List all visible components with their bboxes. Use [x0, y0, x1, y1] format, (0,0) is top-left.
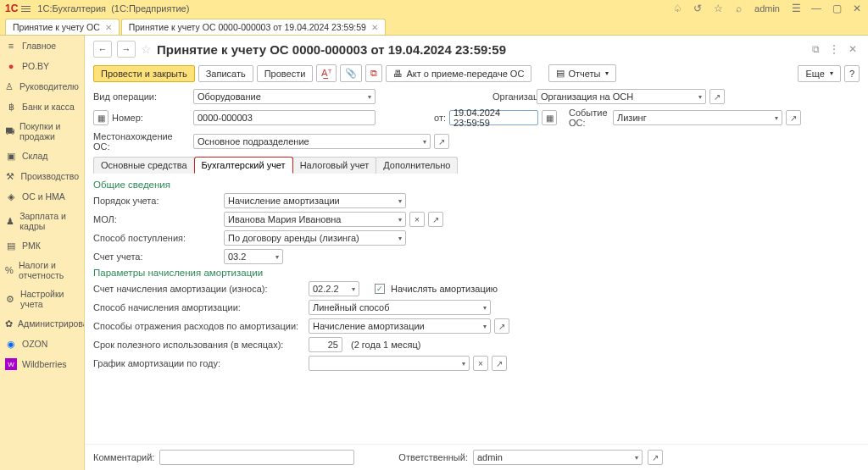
toolbar: Провести и закрыть Записать Провести А̲ᵀ…	[85, 63, 868, 87]
menu-icon[interactable]	[21, 6, 31, 12]
mol-label: МОЛ:	[93, 214, 220, 224]
people-icon: ♟	[5, 215, 14, 227]
link-icon[interactable]: ⧉	[809, 42, 822, 56]
bottom-bar: Комментарий: Ответственный: admin▾ ↗	[85, 444, 868, 470]
grafik-clear-button[interactable]: ×	[473, 356, 488, 371]
poby-icon: ●	[5, 60, 17, 72]
star-icon[interactable]: ☆	[712, 3, 724, 14]
app-logo: 1C	[5, 3, 18, 14]
number-label: ▦Номер:	[93, 110, 190, 125]
ozon-icon: ◉	[5, 338, 17, 350]
comment-field[interactable]	[159, 450, 354, 465]
sposob-post-label: Способ поступления:	[93, 233, 220, 243]
mol-open-button[interactable]: ↗	[428, 212, 443, 227]
sidebar-zarp[interactable]: ♟Зарплата и кадры	[0, 207, 84, 235]
sidebar: ≡Главное ●PO.BY ♙Руководителю ฿Банк и ка…	[0, 36, 85, 470]
sidebar-bank[interactable]: ฿Банк и касса	[0, 97, 84, 117]
schet-am-field[interactable]: 02.2.2▾	[309, 281, 359, 296]
sposob-am-field[interactable]: Линейный способ▾	[309, 300, 491, 315]
sidebar-poby[interactable]: ●PO.BY	[0, 56, 84, 76]
nachisl-checkbox[interactable]: ✓	[375, 284, 385, 294]
search-icon[interactable]: ⌕	[732, 3, 744, 14]
minimize-icon[interactable]: —	[810, 3, 822, 14]
nachisl-label: Начислять амортизацию	[391, 284, 498, 294]
tab-close-icon[interactable]: ✕	[371, 23, 378, 32]
calendar-button[interactable]: ▦	[542, 110, 557, 125]
location-field[interactable]: Основное подразделение▾	[193, 134, 431, 149]
sidebar-pokup[interactable]: ⛟Покупки и продажи	[0, 117, 84, 146]
poryadok-label: Порядок учета:	[93, 196, 220, 206]
tab-2[interactable]: Принятие к учету ОС 0000-000003 от 19.04…	[121, 19, 386, 35]
sposob-rash-field[interactable]: Начисление амортизации▾	[309, 318, 491, 334]
sidebar-admin[interactable]: ✿Администрирование	[0, 313, 84, 334]
sidebar-pmk[interactable]: ▤РМК	[0, 235, 84, 256]
srok-label: Срок полезного использования (в месяцах)…	[93, 340, 305, 350]
subtab-os[interactable]: Основные средства	[93, 157, 195, 174]
app-edition: (1С:Предприятие)	[111, 3, 189, 14]
org-open-button[interactable]: ↗	[709, 89, 725, 104]
print-button[interactable]: 🖶Акт о приеме-передаче ОС	[386, 65, 531, 82]
sidebar-wb[interactable]: WWildberries	[0, 354, 84, 374]
close-icon[interactable]: ✕	[851, 3, 863, 14]
favorite-icon[interactable]: ☆	[141, 42, 152, 56]
event-label: Событие ОС:	[569, 108, 609, 128]
tabbar: Принятие к учету ОС✕ Принятие к учету ОС…	[0, 17, 868, 36]
grafik-field[interactable]: ▾	[309, 356, 470, 371]
sidebar-sklad[interactable]: ▣Склад	[0, 146, 84, 166]
number-clear-icon[interactable]: ▦	[93, 110, 108, 125]
bell-icon[interactable]: ♤	[671, 3, 683, 14]
info-button[interactable]: ⧉	[365, 64, 382, 82]
reports-button[interactable]: ▤Отчеты▾	[548, 64, 616, 82]
subtab-dop[interactable]: Дополнительно	[376, 157, 458, 174]
history-icon[interactable]: ↺	[692, 3, 704, 14]
user-name[interactable]: admin	[754, 3, 780, 14]
post-and-close-button[interactable]: Провести и закрыть	[93, 65, 195, 82]
wb-icon: W	[5, 358, 17, 370]
subtab-nalog[interactable]: Налоговый учет	[292, 157, 377, 174]
help-button[interactable]: ?	[844, 65, 860, 82]
responsible-field[interactable]: admin▾	[473, 450, 643, 465]
poryadok-field[interactable]: Начисление амортизации▾	[224, 193, 406, 208]
sidebar-osnma[interactable]: ◈ОС и НМА	[0, 186, 84, 207]
org-field[interactable]: Организация на ОСН▾	[537, 89, 706, 104]
tab-close-icon[interactable]: ✕	[105, 23, 112, 32]
operation-type-field[interactable]: Оборудование▾	[193, 89, 376, 104]
tab-1[interactable]: Принятие к учету ОС✕	[5, 19, 120, 35]
sidebar-proizv[interactable]: ⚒Производство	[0, 166, 84, 186]
date-label: от:	[379, 113, 446, 123]
save-button[interactable]: Записать	[198, 65, 253, 82]
sidebar-ruk[interactable]: ♙Руководителю	[0, 76, 84, 97]
sposob-rash-open-button[interactable]: ↗	[494, 318, 509, 334]
caret-icon[interactable]: ☰	[790, 3, 802, 14]
date-field[interactable]: 19.04.2024 23:59:59	[449, 110, 538, 125]
post-button[interactable]: Провести	[257, 65, 314, 82]
sidebar-nalog[interactable]: %Налоги и отчетность	[0, 256, 84, 285]
sidebar-ozon[interactable]: ◉OZON	[0, 334, 84, 354]
sposob-post-field[interactable]: По договору аренды (лизинга)▾	[224, 230, 406, 246]
number-field[interactable]: 0000-000003	[193, 110, 376, 125]
mol-clear-button[interactable]: ×	[409, 212, 425, 227]
event-open-button[interactable]: ↗	[786, 110, 801, 125]
responsible-open-button[interactable]: ↗	[648, 450, 663, 465]
grafik-label: График амортизации по году:	[93, 358, 305, 368]
close-doc-icon[interactable]: ✕	[846, 42, 860, 56]
subtab-buh[interactable]: Бухгалтерский учет	[194, 157, 293, 174]
movements-button[interactable]: А̲ᵀ	[316, 64, 337, 82]
schet-field[interactable]: 03.2▾	[224, 249, 283, 264]
factory-icon: ⚒	[5, 170, 16, 182]
location-open-button[interactable]: ↗	[434, 134, 449, 149]
more-button[interactable]: Еще▾	[798, 65, 840, 82]
srok-field[interactable]: 25	[309, 337, 342, 352]
attach-button[interactable]: 📎	[340, 64, 362, 82]
subtabs: Основные средства Бухгалтерский учет Нал…	[93, 157, 860, 174]
kebab-icon[interactable]: ⋮	[827, 42, 841, 56]
forward-button[interactable]: →	[117, 41, 136, 58]
back-button[interactable]: ←	[93, 41, 112, 58]
grafik-open-button[interactable]: ↗	[492, 356, 507, 371]
event-field[interactable]: Лизинг▾	[613, 110, 782, 125]
sidebar-main[interactable]: ≡Главное	[0, 36, 84, 56]
content: ← → ☆ Принятие к учету ОС 0000-000003 от…	[85, 36, 868, 470]
sidebar-nastr[interactable]: ⚙Настройки учета	[0, 285, 84, 313]
maximize-icon[interactable]: ▢	[831, 3, 843, 14]
mol-field[interactable]: Иванова Мария Ивановна▾	[224, 212, 406, 227]
